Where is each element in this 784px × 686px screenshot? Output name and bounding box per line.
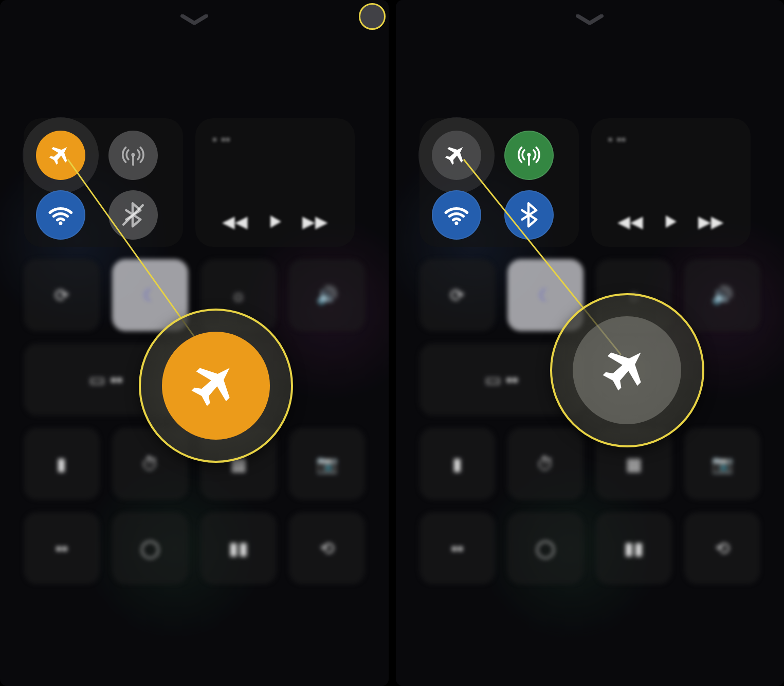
bluetooth-off-icon [119, 201, 147, 229]
bluetooth-toggle[interactable] [504, 190, 554, 240]
extra-tile-1[interactable]: ▪▪ [24, 512, 100, 584]
cellular-data-toggle[interactable] [108, 131, 158, 180]
wifi-icon [47, 201, 75, 229]
extra-tile-3[interactable]: ▮▮ [200, 512, 277, 584]
extra-tile-3[interactable]: ▮▮ [596, 512, 672, 584]
control-tiles-row-2: ▮ ⏱ ▦ 📷 [420, 428, 761, 500]
prev-track-button[interactable]: ◀◀ [617, 212, 643, 231]
extra-tile-4[interactable]: ⟲ [289, 512, 365, 584]
airplane-icon [186, 356, 246, 416]
airplane-mode-toggle[interactable] [432, 131, 481, 180]
camera-tile[interactable]: 📷 [289, 428, 365, 500]
bluetooth-icon [515, 201, 543, 229]
extra-tile-2[interactable]: ◯ [112, 512, 188, 584]
control-center-grabber[interactable] [174, 14, 215, 25]
camera-tile[interactable]: 📷 [684, 428, 760, 500]
prev-track-button[interactable]: ◀◀ [222, 212, 248, 231]
play-icon[interactable] [661, 212, 680, 231]
control-center-grabber[interactable] [569, 14, 610, 25]
pane-airplane-off: ▪ ▪▪ ◀◀ ▶▶ ⟳ ☾ ☼ 🔊 ▭ ▪▪ ▮ ⏱ ▦ [396, 0, 785, 686]
next-track-button[interactable]: ▶▶ [302, 212, 328, 231]
wifi-icon [443, 201, 470, 229]
annotation-corner-highlight [359, 3, 386, 30]
extra-tile-2[interactable]: ◯ [507, 512, 584, 584]
cellular-icon [119, 141, 147, 169]
connectivity-panel[interactable] [420, 118, 579, 247]
now-playing-label: ▪ ▪▪ [609, 134, 733, 154]
connectivity-panel[interactable] [24, 118, 183, 247]
comparison-container: ▪ ▪▪ ◀◀ ▶▶ ⟳ ☾ ☼ 🔊 ▭ ▪▪ ▮ ⏱ ▦ [0, 0, 784, 686]
volume-slider[interactable]: 🔊 [289, 259, 365, 331]
media-panel[interactable]: ▪ ▪▪ ◀◀ ▶▶ [195, 118, 355, 247]
control-tiles-row-3: ▪▪ ◯ ▮▮ ⟲ [24, 512, 365, 584]
control-tiles-row-3: ▪▪ ◯ ▮▮ ⟲ [420, 512, 761, 584]
airplane-mode-toggle[interactable] [36, 131, 85, 180]
annotation-zoom-airplane-off [550, 293, 704, 447]
orientation-lock-tile[interactable]: ⟳ [24, 259, 100, 331]
media-controls[interactable]: ◀◀ ▶▶ [609, 212, 733, 231]
annotation-zoom-inner [162, 332, 270, 440]
next-track-button[interactable]: ▶▶ [698, 212, 724, 231]
pane-airplane-on: ▪ ▪▪ ◀◀ ▶▶ ⟳ ☾ ☼ 🔊 ▭ ▪▪ ▮ ⏱ ▦ [0, 0, 389, 686]
play-icon[interactable] [266, 212, 284, 231]
extra-tile-1[interactable]: ▪▪ [420, 512, 496, 584]
annotation-zoom-inner [573, 316, 681, 424]
volume-slider[interactable]: 🔊 [684, 259, 760, 331]
now-playing-label: ▪ ▪▪ [213, 134, 337, 154]
orientation-lock-tile[interactable]: ⟳ [420, 259, 496, 331]
timer-tile[interactable]: ⏱ [507, 428, 584, 500]
flashlight-tile[interactable]: ▮ [24, 428, 100, 500]
media-panel[interactable]: ▪ ▪▪ ◀◀ ▶▶ [591, 118, 751, 247]
cellular-data-toggle[interactable] [504, 131, 554, 180]
media-controls[interactable]: ◀◀ ▶▶ [213, 212, 337, 231]
bluetooth-toggle[interactable] [108, 190, 158, 240]
cellular-icon [515, 141, 543, 169]
airplane-icon [597, 340, 657, 400]
wifi-toggle[interactable] [36, 190, 85, 240]
airplane-icon [443, 141, 470, 169]
annotation-zoom-airplane-on [139, 309, 293, 463]
wifi-toggle[interactable] [432, 190, 481, 240]
flashlight-tile[interactable]: ▮ [420, 428, 496, 500]
extra-tile-4[interactable]: ⟲ [684, 512, 760, 584]
airplane-icon [47, 141, 75, 169]
